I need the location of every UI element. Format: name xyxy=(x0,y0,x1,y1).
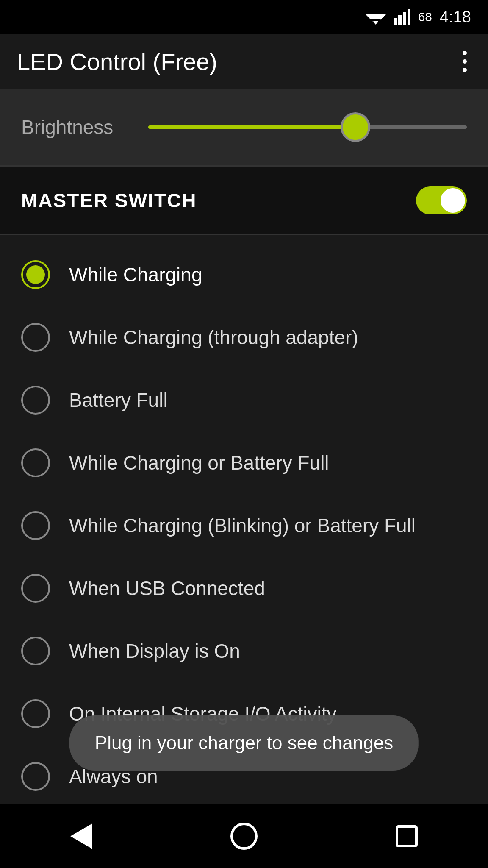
brightness-label: Brightness xyxy=(21,116,127,139)
brightness-section: Brightness xyxy=(0,89,488,165)
nav-recent-button[interactable] xyxy=(390,819,424,853)
menu-dot-1 xyxy=(463,51,467,55)
brightness-slider-thumb[interactable] xyxy=(341,112,370,142)
radio-inner-while-charging xyxy=(26,265,45,284)
toggle-knob xyxy=(441,188,465,213)
master-switch-label: MASTER SWITCH xyxy=(21,189,197,212)
nav-back-button[interactable] xyxy=(64,819,98,853)
option-when-display-on[interactable]: When Display is On xyxy=(0,620,488,682)
svg-rect-3 xyxy=(394,18,397,25)
option-label-when-display-on: When Display is On xyxy=(69,640,240,662)
signal-icon xyxy=(394,9,410,25)
radio-battery-full xyxy=(21,386,50,415)
wifi-icon xyxy=(366,9,386,25)
radio-while-charging xyxy=(21,260,50,289)
battery-indicator: 68 xyxy=(418,10,432,24)
master-switch-toggle[interactable] xyxy=(416,186,467,214)
back-icon xyxy=(70,823,92,849)
radio-on-internal-storage xyxy=(21,699,50,728)
home-icon xyxy=(230,823,258,850)
nav-home-button[interactable] xyxy=(227,819,261,853)
option-while-charging-adapter[interactable]: While Charging (through adapter) xyxy=(0,306,488,369)
radio-always-on xyxy=(21,762,50,791)
option-while-charging-blinking[interactable]: While Charging (Blinking) or Battery Ful… xyxy=(0,494,488,557)
title-bar: LED Control (Free) xyxy=(0,34,488,89)
option-label-while-charging-battery-full: While Charging or Battery Full xyxy=(69,451,329,474)
option-label-when-usb-connected: When USB Connected xyxy=(69,577,265,600)
option-label-while-charging: While Charging xyxy=(69,263,202,286)
radio-when-display-on xyxy=(21,637,50,665)
radio-when-usb-connected xyxy=(21,574,50,603)
option-while-charging-battery-full[interactable]: While Charging or Battery Full xyxy=(0,431,488,494)
menu-dot-3 xyxy=(463,68,467,72)
svg-rect-6 xyxy=(408,9,410,25)
brightness-slider-container xyxy=(148,110,467,144)
app-title: LED Control (Free) xyxy=(17,48,217,75)
radio-while-charging-battery-full xyxy=(21,448,50,477)
status-icons: 68 4:18 xyxy=(366,8,471,26)
recent-icon xyxy=(396,825,418,847)
menu-dot-2 xyxy=(463,59,467,64)
svg-rect-5 xyxy=(403,12,406,25)
option-battery-full[interactable]: Battery Full xyxy=(0,369,488,431)
brightness-slider-track xyxy=(148,125,467,129)
option-label-while-charging-adapter: While Charging (through adapter) xyxy=(69,326,358,349)
option-label-while-charging-blinking: While Charging (Blinking) or Battery Ful… xyxy=(69,514,416,537)
radio-while-charging-blinking xyxy=(21,511,50,540)
master-switch-section: MASTER SWITCH xyxy=(0,167,488,234)
svg-marker-2 xyxy=(373,21,378,25)
nav-bar xyxy=(0,804,488,868)
toast-notification: Plug in your charger to see changes xyxy=(69,715,419,771)
status-time: 4:18 xyxy=(440,8,471,26)
option-label-battery-full: Battery Full xyxy=(69,389,168,412)
radio-while-charging-adapter xyxy=(21,323,50,352)
option-when-usb-connected[interactable]: When USB Connected xyxy=(0,557,488,620)
svg-rect-4 xyxy=(398,15,402,25)
status-bar: 68 4:18 xyxy=(0,0,488,34)
menu-button[interactable] xyxy=(458,47,471,76)
option-while-charging[interactable]: While Charging xyxy=(0,243,488,306)
